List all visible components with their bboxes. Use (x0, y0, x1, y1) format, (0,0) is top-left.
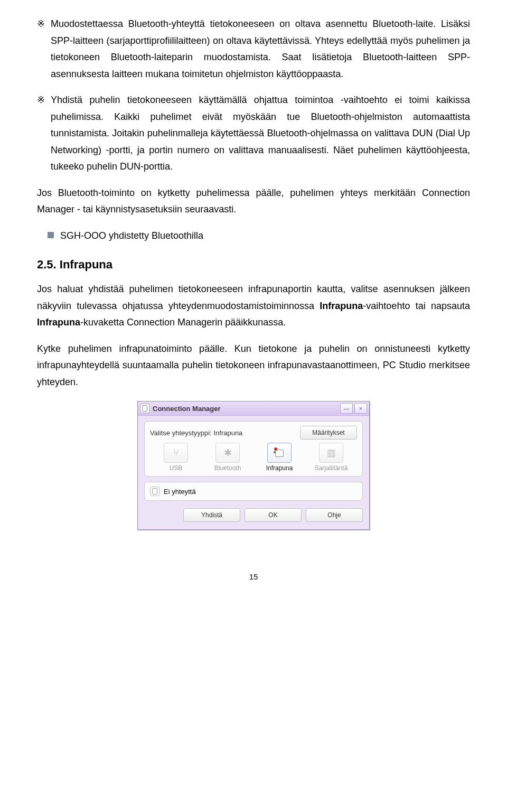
para-5: Jos haluat yhdistää puhelimen tietokonee… (37, 281, 470, 331)
bullet-icon-1: ※ (37, 16, 51, 82)
app-icon (140, 404, 149, 413)
window-title: Connection Manager (153, 405, 339, 413)
help-button[interactable]: Ohje (306, 508, 363, 522)
para-6: Kytke puhelimen infrapunatoiminto päälle… (37, 341, 470, 391)
connection-type-label: Valitse yhteystyyppi: Infrapuna (150, 429, 300, 437)
infrared-icon (274, 447, 285, 458)
bluetooth-label: Bluetooth (214, 464, 241, 472)
para-2: Yhdistä puhelin tietokoneeseen käyttämäl… (51, 92, 470, 175)
square-bullet-icon (48, 232, 54, 238)
status-text: Ei yhteyttä (164, 488, 196, 496)
titlebar[interactable]: Connection Manager — × (138, 402, 369, 416)
conn-type-serial[interactable]: Sarjaliitäntä (310, 443, 352, 472)
conn-type-bluetooth[interactable]: Bluetooth (206, 443, 249, 472)
phone-icon (150, 487, 159, 496)
serial-icon (327, 447, 336, 459)
para-4: SGH-OOO yhdistetty Bluetoothilla (60, 228, 203, 245)
usb-label: USB (170, 464, 183, 472)
minimize-button[interactable]: — (340, 403, 353, 414)
connect-button[interactable]: Yhdistä (183, 508, 240, 522)
para-1: Muodostettaessa Bluetooth-yhteyttä tieto… (51, 16, 470, 82)
conn-type-infrared[interactable]: Infrapuna (258, 443, 301, 472)
serial-label: Sarjaliitäntä (315, 464, 348, 472)
para-3: Jos Bluetooth-toiminto on kytketty puhel… (37, 185, 470, 218)
settings-button[interactable]: Määritykset (300, 426, 357, 440)
conn-type-usb[interactable]: USB (155, 443, 197, 472)
close-button[interactable]: × (354, 403, 367, 414)
bullet-icon-2: ※ (37, 92, 51, 175)
usb-icon (173, 447, 179, 459)
connection-manager-dialog: Connection Manager — × Valitse yhteystyy… (137, 401, 370, 530)
ok-button[interactable]: OK (245, 508, 302, 522)
page-number: 15 (37, 572, 470, 581)
infrared-label: Infrapuna (266, 464, 293, 472)
bluetooth-icon (224, 447, 232, 459)
heading-infrapuna: 2.5. Infrapuna (37, 258, 470, 272)
